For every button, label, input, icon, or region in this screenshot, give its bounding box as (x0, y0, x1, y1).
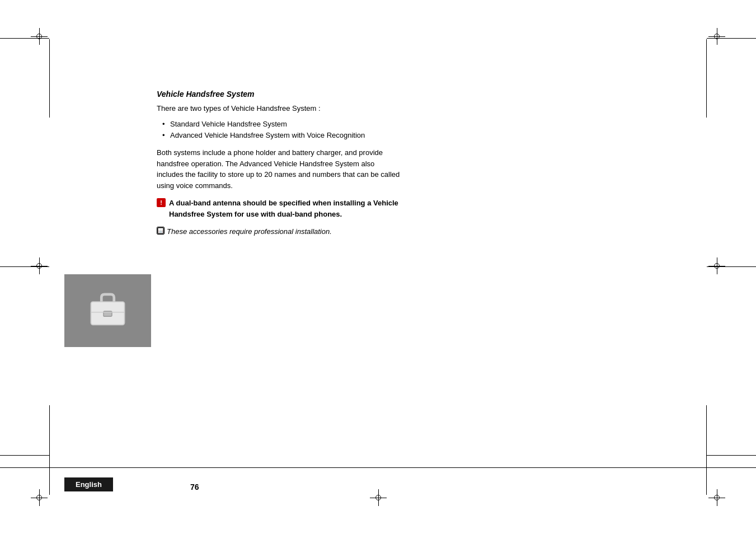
bullet-list: Standard Vehicle Handsfree System Advanc… (157, 119, 403, 142)
svg-text:📖: 📖 (158, 228, 163, 233)
vline-right-bot (706, 405, 707, 495)
intro-text: There are two types of Vehicle Handsfree… (157, 103, 403, 114)
warning-text: A dual-band antenna should be specified … (169, 198, 403, 219)
crosshair-bottom-right (708, 489, 725, 506)
list-item: Standard Vehicle Handsfree System (162, 119, 403, 130)
crosshair-bottom-left (31, 489, 48, 506)
crosshair-mid-right (708, 257, 725, 274)
hline-top-right (707, 38, 756, 39)
bag-image-container (64, 274, 151, 347)
vline-right-top (706, 39, 707, 118)
crosshair-top-left (31, 28, 48, 45)
list-item: Advanced Vehicle Handsfree System with V… (162, 130, 403, 142)
hline-mid-left (0, 266, 49, 267)
hline-top-left (0, 38, 49, 39)
crosshair-top-right (708, 28, 725, 45)
crosshair-bottom-center (370, 489, 387, 506)
note-box: 📖 These accessories require professional… (157, 226, 403, 237)
vline-left-bot (49, 405, 50, 495)
briefcase-icon (87, 291, 129, 330)
warning-box: ! A dual-band antenna should be specifie… (157, 198, 403, 219)
main-content: Vehicle Handsfree System There are two t… (157, 90, 403, 237)
footer-bar (0, 467, 756, 468)
note-text: These accessories require professional i… (167, 226, 332, 237)
crosshair-mid-left (31, 257, 48, 274)
note-icon: 📖 (157, 227, 165, 235)
page-number: 76 (190, 483, 199, 491)
body-text: Both systems include a phone holder and … (157, 147, 403, 191)
hline-bot-left (0, 455, 49, 456)
vline-left-top (49, 39, 50, 118)
section-title: Vehicle Handsfree System (157, 90, 403, 99)
warning-icon: ! (157, 198, 166, 207)
hline-mid-right (707, 266, 756, 267)
language-label: English (64, 477, 113, 491)
hline-bot-right (707, 455, 756, 456)
